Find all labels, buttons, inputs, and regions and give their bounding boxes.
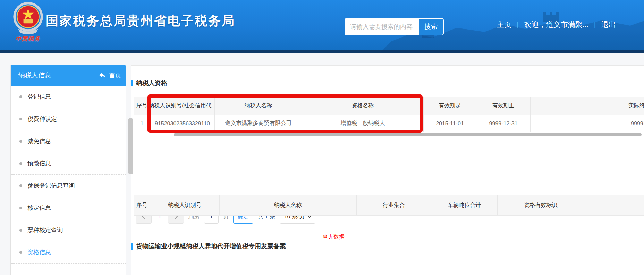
cell-shibiehao: 915203023563329110 xyxy=(150,115,215,132)
sidebar-item-label: 核定信息 xyxy=(27,204,51,212)
header-search-group: 搜索 xyxy=(345,18,444,35)
sidebar-item-yujiao[interactable]: 预缴信息 xyxy=(11,152,126,175)
sidebar-item-piaozhong[interactable]: 票种核定查询 xyxy=(11,219,126,241)
sidebar-item-heding[interactable]: 核定信息 xyxy=(11,197,126,219)
bullet-icon xyxy=(19,162,22,165)
sidebar-item-shuifeizhong[interactable]: 税费种认定 xyxy=(11,108,126,130)
sidebar-item-label: 参保登记信息查询 xyxy=(27,182,75,190)
column-header-youxiaoqiqi: 有效期起 xyxy=(424,97,476,115)
nav-logout-link[interactable]: 退出 xyxy=(601,20,616,30)
sidebar-item-label: 登记信息 xyxy=(27,93,51,101)
bullet-icon xyxy=(19,207,22,209)
cell-shijizhongzhi: 9999-12-31 xyxy=(531,115,644,132)
sidebar-item-label: 税费种认定 xyxy=(27,115,57,123)
sidebar-item-label: 票种核定查询 xyxy=(27,226,63,234)
nav-welcome-user[interactable]: 欢迎，遵义市满聚... xyxy=(524,20,589,30)
column-header-mingcheng: 纳税人名称 xyxy=(220,195,357,215)
column-header-zigemingcheng: 资格名称 xyxy=(302,97,424,115)
cell-zigemingcheng: 增值税一般纳税人 xyxy=(302,115,424,132)
column-header-hangyejihe: 行业集合 xyxy=(357,195,431,215)
app-header: 中国税务 国家税务总局贵州省电子税务局 搜索 主页 | 欢迎，遵义市满聚... … xyxy=(0,0,644,53)
back-arrow-icon xyxy=(99,72,106,79)
site-title: 国家税务总局贵州省电子税务局 xyxy=(46,12,235,30)
cell-mingcheng: 遵义市满聚多商贸有限公司 xyxy=(215,115,302,132)
column-header-empty xyxy=(584,195,644,215)
accent-bar xyxy=(131,80,133,86)
sidebar-home-link[interactable]: 首页 xyxy=(99,71,121,80)
sidebar-header: 纳税人信息 首页 xyxy=(11,65,126,86)
nav-separator: | xyxy=(517,21,519,28)
bullet-icon xyxy=(19,140,22,143)
sidebar: 纳税人信息 首页 登记信息 税费种认定 减免信息 xyxy=(10,65,126,275)
bullet-icon xyxy=(19,118,22,120)
column-header-mingcheng: 纳税人名称 xyxy=(215,97,302,115)
bullet-icon xyxy=(19,229,22,232)
bullet-icon xyxy=(19,95,22,98)
sidebar-home-label: 首页 xyxy=(109,71,121,80)
tax-emblem-icon xyxy=(11,1,45,35)
column-header-shibiehao: 纳税人识别号(社会信用代... xyxy=(150,97,215,115)
section-title-qualification: 纳税人资格 xyxy=(131,79,167,87)
sidebar-item-label: 资格信息 xyxy=(27,248,51,256)
qualification-table-header: 序号 纳税人识别号(社会信用代... 纳税人名称 资格名称 有效期起 有效期止 … xyxy=(134,97,644,115)
cell-youxiaoqiqi: 2015-11-01 xyxy=(424,115,476,132)
page: 中国税务 国家税务总局贵州省电子税务局 搜索 主页 | 欢迎，遵义市满聚... … xyxy=(0,0,644,275)
search-input[interactable] xyxy=(345,19,419,35)
sidebar-item-jianmian[interactable]: 减免信息 xyxy=(11,130,126,152)
no-data-message: 查无数据 xyxy=(131,233,536,241)
nav-separator: | xyxy=(594,21,596,28)
column-header-xuhao: 序号 xyxy=(134,195,150,215)
section-title-text: 货物运输业小规模纳税人异地代开增值税专用发票备案 xyxy=(136,242,286,250)
search-button[interactable]: 搜索 xyxy=(419,19,443,35)
cell-youxiaoqizhi: 9999-12-31 xyxy=(476,115,531,132)
sidebar-item-label: 预缴信息 xyxy=(27,159,51,167)
main-panel: 纳税人资格 序号 纳税人识别号(社会信用代... 纳税人名称 资格名称 有效期起… xyxy=(131,65,644,275)
column-header-xuhao: 序号 xyxy=(134,97,150,115)
horizontal-scrollbar[interactable] xyxy=(174,133,642,136)
sidebar-item-label: 减免信息 xyxy=(27,137,51,145)
section-title-text: 纳税人资格 xyxy=(136,79,167,87)
freight-table-header: 序号 纳税人识别号 纳税人名称 行业集合 车辆吨位合计 资格有效标识 xyxy=(134,195,644,216)
cell-xuhao: 1 xyxy=(134,115,150,132)
column-header-zigeyouxiao: 资格有效标识 xyxy=(498,195,584,215)
sidebar-item-canbao[interactable]: 参保登记信息查询 xyxy=(11,175,126,197)
nav-home-link[interactable]: 主页 xyxy=(497,20,511,30)
bullet-icon xyxy=(19,184,22,187)
tax-bureau-logo: 中国税务 xyxy=(9,1,47,43)
header-nav: 主页 | 欢迎，遵义市满聚... | 退出 xyxy=(497,20,616,30)
sidebar-title: 纳税人信息 xyxy=(18,71,51,80)
bullet-icon xyxy=(19,251,22,254)
accent-bar xyxy=(131,243,133,250)
column-header-shibiehao: 纳税人识别号 xyxy=(150,195,220,215)
sidebar-item-zige[interactable]: 资格信息 xyxy=(11,241,126,264)
column-header-cheliangdunwei: 车辆吨位合计 xyxy=(431,195,498,215)
section-title-freight: 货物运输业小规模纳税人异地代开增值税专用发票备案 xyxy=(131,242,286,250)
sidebar-scrollbar[interactable] xyxy=(128,118,133,174)
column-header-youxiaoqizhi: 有效期止 xyxy=(476,97,531,115)
qualification-table-row: 1 915203023563329110 遵义市满聚多商贸有限公司 增值税一般纳… xyxy=(134,115,644,132)
sidebar-item-dengji[interactable]: 登记信息 xyxy=(11,86,126,108)
sidebar-menu: 登记信息 税费种认定 减免信息 预缴信息 参保登记信息查询 核定信息 xyxy=(11,86,126,264)
logo-caption: 中国税务 xyxy=(9,35,47,43)
column-header-shijizhongzhi: 实际终止日期 xyxy=(531,97,644,115)
